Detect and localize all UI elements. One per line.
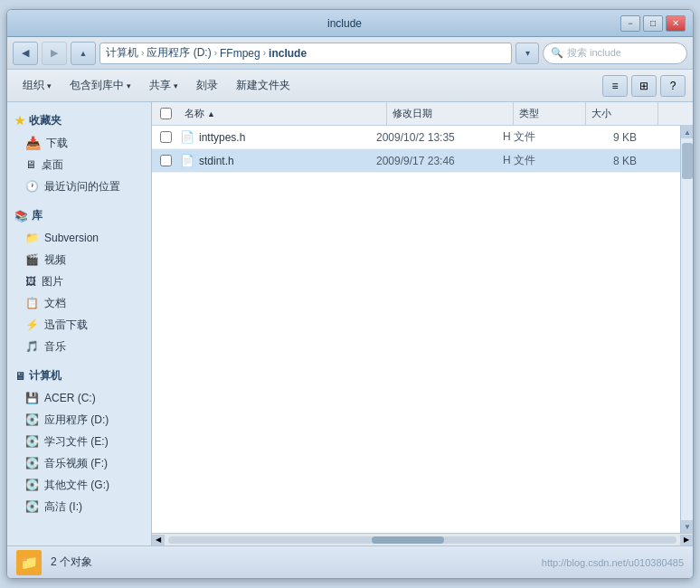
library-title: 📚 库 (7, 204, 151, 227)
breadcrumb-computer[interactable]: 计算机 (106, 45, 138, 61)
subversion-icon: 📁 (25, 232, 39, 244)
computer-title: 🖥 计算机 (7, 365, 151, 387)
search-icon: 🔍 (551, 47, 563, 59)
include-lib-button[interactable]: 包含到库中 ▾ (61, 73, 139, 99)
view-toggle-button[interactable]: ≡ (602, 75, 628, 97)
vertical-scrollbar[interactable]: ▲ ▼ (680, 126, 693, 533)
view-grid-button[interactable]: ⊞ (631, 75, 657, 97)
col-date-header[interactable]: 修改日期 (387, 102, 514, 125)
toolbar: 组织 ▾ 包含到库中 ▾ 共享 ▾ 刻录 新建文件夹 ≡ ⊞ ? (7, 70, 693, 102)
include-lib-label: 包含到库中 (70, 78, 124, 93)
sidebar-item-pictures[interactable]: 🖼 图片 (7, 270, 151, 292)
titlebar: include － □ ✕ (7, 10, 693, 37)
addressbar: ◀ ▶ ▲ 计算机 › 应用程序 (D:) › FFmpeg › include… (7, 37, 693, 70)
file-date-0: 2009/10/2 13:35 (371, 131, 497, 144)
library-section: 📚 库 📁 Subversion 🎬 视频 🖼 图片 📋 文档 (7, 204, 151, 357)
scroll-left-button[interactable]: ◀ (152, 535, 165, 545)
scroll-thumb[interactable] (682, 143, 693, 179)
horizontal-scrollbar[interactable]: ◀ ▶ (152, 533, 693, 545)
close-button[interactable]: ✕ (666, 15, 686, 32)
row-check-0[interactable] (152, 131, 179, 143)
file-area: 名称 ▲ 修改日期 类型 大小 (152, 102, 693, 545)
statusbar: 📁 2 个对象 http://blog.csdn.net/u010380485 (7, 545, 693, 578)
file-icon-1: 📄 (179, 153, 195, 169)
explorer-window: include － □ ✕ ◀ ▶ ▲ 计算机 › 应用程序 (D:) › FF… (6, 9, 694, 579)
hscroll-thumb[interactable] (372, 536, 444, 544)
pictures-icon: 🖼 (25, 275, 36, 288)
scroll-track[interactable] (681, 138, 693, 520)
col-size-header[interactable]: 大小 (586, 102, 658, 125)
sort-arrow: ▲ (207, 109, 215, 119)
sidebar-item-gaojie[interactable]: 💽 高洁 (I:) (7, 496, 151, 517)
music-icon: 🎵 (25, 340, 39, 353)
path-sep-2: › (214, 48, 217, 58)
up-button[interactable]: ▲ (71, 42, 96, 65)
favorites-section: ★ 收藏夹 📥 下载 🖥 桌面 🕐 最近访问的位置 (7, 109, 151, 197)
sidebar-item-music[interactable]: 🎵 音乐 (7, 336, 151, 357)
library-icon: 📚 (14, 210, 28, 223)
share-button[interactable]: 共享 ▾ (141, 73, 186, 99)
sidebar-item-acer[interactable]: 💾 ACER (C:) (7, 387, 151, 409)
search-box[interactable]: 🔍 搜索 include (543, 43, 687, 64)
address-path[interactable]: 计算机 › 应用程序 (D:) › FFmpeg › include (99, 43, 512, 64)
table-row[interactable]: 📄 inttypes.h 2009/10/2 13:35 H 文件 9 KB (152, 126, 680, 149)
table-row[interactable]: 📄 stdint.h 2009/9/17 23:46 H 文件 8 KB (152, 149, 680, 173)
organize-arrow: ▾ (47, 81, 52, 90)
sidebar-item-music-drive[interactable]: 💽 音乐视频 (F:) (7, 452, 151, 474)
xunlei-icon: ⚡ (25, 318, 39, 331)
new-folder-button[interactable]: 新建文件夹 (228, 73, 298, 99)
scroll-down-button[interactable]: ▼ (681, 520, 693, 533)
col-name-header[interactable]: 名称 ▲ (179, 102, 387, 125)
status-count: 2 个对象 (51, 555, 92, 570)
col-type-header[interactable]: 类型 (514, 102, 586, 125)
maximize-button[interactable]: □ (643, 15, 663, 32)
breadcrumb: 计算机 › 应用程序 (D:) › FFmpeg › include (106, 45, 307, 61)
check-all[interactable] (152, 108, 179, 119)
sidebar-item-video[interactable]: 🎬 视频 (7, 249, 151, 270)
music-drive-icon: 💽 (25, 457, 39, 469)
scroll-right-button[interactable]: ▶ (680, 535, 693, 545)
sidebar-item-other-drive[interactable]: 💽 其他文件 (G:) (7, 474, 151, 496)
sidebar-item-subversion[interactable]: 📁 Subversion (7, 227, 151, 249)
file-size-1: 8 KB (570, 155, 642, 167)
sidebar-item-downloads[interactable]: 📥 下载 (7, 132, 151, 154)
sidebar-item-recent[interactable]: 🕐 最近访问的位置 (7, 175, 151, 197)
scroll-up-button[interactable]: ▲ (681, 126, 693, 138)
breadcrumb-drive[interactable]: 应用程序 (D:) (147, 45, 211, 61)
breadcrumb-include[interactable]: include (269, 47, 307, 60)
organize-button[interactable]: 组织 ▾ (14, 73, 60, 99)
sidebar-item-study-drive[interactable]: 💽 学习文件 (E:) (7, 431, 151, 452)
sidebar-item-desktop[interactable]: 🖥 桌面 (7, 154, 151, 175)
hscroll-track[interactable] (168, 536, 676, 544)
watermark: http://blog.csdn.net/u010380485 (542, 557, 684, 568)
select-all-checkbox[interactable] (160, 108, 172, 119)
breadcrumb-ffmpeg[interactable]: FFmpeg (220, 47, 260, 60)
column-headers: 名称 ▲ 修改日期 类型 大小 (152, 102, 693, 126)
forward-button[interactable]: ▶ (42, 42, 67, 65)
sidebar-item-apps-drive[interactable]: 💽 应用程序 (D:) (7, 409, 151, 431)
gaojie-icon: 💽 (25, 500, 39, 513)
help-button[interactable]: ? (660, 75, 686, 97)
back-button[interactable]: ◀ (13, 42, 38, 65)
file-type-1: H 文件 (497, 153, 570, 168)
file-area-inner: 📄 inttypes.h 2009/10/2 13:35 H 文件 9 KB (152, 126, 693, 533)
other-drive-icon: 💽 (25, 479, 39, 491)
sidebar-item-documents[interactable]: 📋 文档 (7, 292, 151, 314)
recent-icon: 🕐 (25, 180, 39, 193)
minimize-button[interactable]: － (620, 15, 640, 32)
file-icon-0: 📄 (179, 129, 195, 146)
computer-icon: 🖥 (14, 370, 25, 383)
study-drive-icon: 💽 (25, 435, 39, 448)
file-list: 📄 inttypes.h 2009/10/2 13:35 H 文件 9 KB (152, 126, 680, 533)
share-label: 共享 (149, 78, 171, 93)
path-dropdown[interactable]: ▾ (516, 43, 539, 64)
row-check-1[interactable] (152, 155, 179, 166)
window-title: include (69, 17, 620, 30)
file-size-0: 9 KB (570, 131, 642, 144)
toolbar-right: ≡ ⊞ ? (602, 75, 686, 97)
share-arrow: ▾ (174, 81, 178, 90)
file-type-0: H 文件 (497, 129, 570, 145)
burn-button[interactable]: 刻录 (188, 73, 226, 99)
sidebar-item-xunlei[interactable]: ⚡ 迅雷下载 (7, 314, 151, 336)
search-placeholder: 搜索 include (567, 46, 621, 60)
